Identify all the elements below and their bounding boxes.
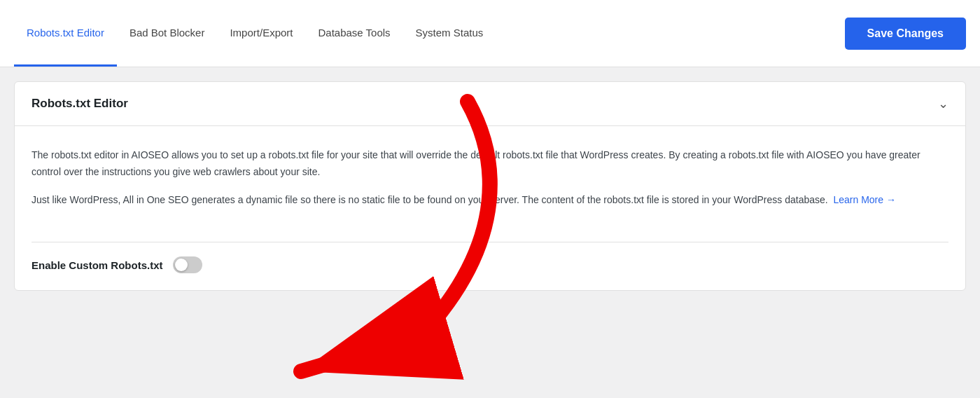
save-changes-button[interactable]: Save Changes [845,18,966,50]
tab-database-tools-label: Database Tools [318,27,390,39]
top-bar: Robots.txt Editor Bad Bot Blocker Import… [0,0,980,67]
tab-import-export[interactable]: Import/Export [217,0,305,67]
enable-custom-robots-label: Enable Custom Robots.txt [31,259,163,271]
tabs-nav: Robots.txt Editor Bad Bot Blocker Import… [14,0,496,67]
card-body: The robots.txt editor in AIOSEO allows y… [15,126,965,242]
tab-robots-editor-label: Robots.txt Editor [27,27,104,39]
tab-bad-bot-blocker[interactable]: Bad Bot Blocker [117,0,218,67]
card-title: Robots.txt Editor [31,97,128,111]
description-paragraph-2-text: Just like WordPress, All in One SEO gene… [31,194,828,205]
tab-import-export-label: Import/Export [230,27,293,39]
toggle-track [173,256,202,273]
tab-system-status[interactable]: System Status [403,0,496,67]
robots-editor-card: Robots.txt Editor ⌄ The robots.txt edito… [14,81,966,291]
main-content: Robots.txt Editor ⌄ The robots.txt edito… [0,67,980,305]
description-text: The robots.txt editor in AIOSEO allows y… [31,147,948,208]
learn-more-link[interactable]: Learn More → [833,194,895,205]
save-btn-wrapper: Save Changes [845,0,966,67]
chevron-down-icon[interactable]: ⌄ [938,96,948,111]
enable-custom-robots-toggle[interactable] [173,256,202,273]
tab-database-tools[interactable]: Database Tools [305,0,402,67]
tab-bad-bot-blocker-label: Bad Bot Blocker [130,27,205,39]
toggle-row: Enable Custom Robots.txt [15,242,965,290]
description-paragraph-1: The robots.txt editor in AIOSEO allows y… [31,147,948,181]
tab-robots-editor[interactable]: Robots.txt Editor [14,0,117,67]
card-header: Robots.txt Editor ⌄ [15,82,965,126]
toggle-thumb [175,259,188,271]
tab-system-status-label: System Status [416,27,484,39]
description-paragraph-2: Just like WordPress, All in One SEO gene… [31,192,948,209]
